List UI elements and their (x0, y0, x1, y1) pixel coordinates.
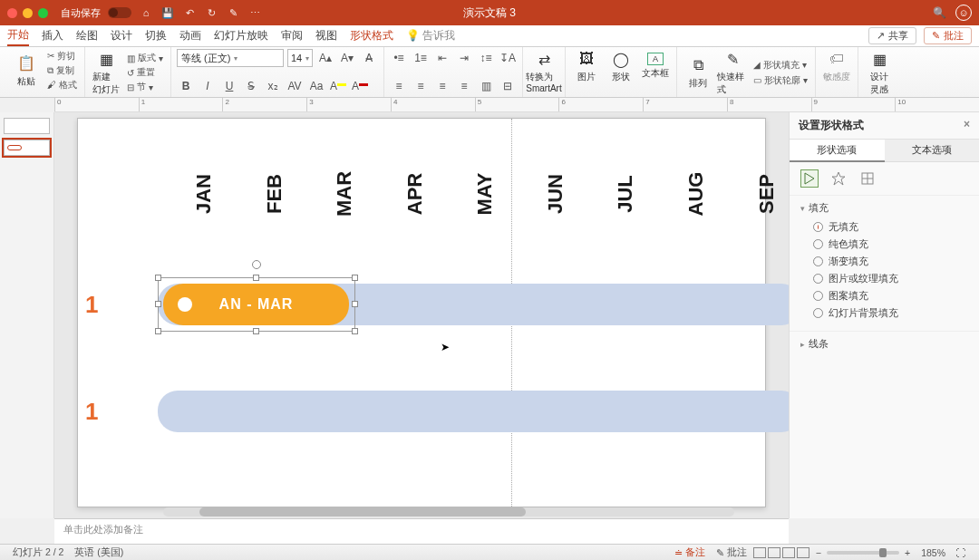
paste-button[interactable]: 📋粘贴 (11, 53, 42, 88)
columns-button[interactable]: ▥ (477, 77, 495, 95)
search-icon[interactable]: 🔍 (932, 5, 946, 20)
resize-handle[interactable] (155, 275, 161, 281)
underline-button[interactable]: U (220, 77, 238, 95)
shape-fill-button[interactable]: ◢ 形状填充 ▾ (751, 58, 809, 72)
timeline-bar-2[interactable] (158, 391, 789, 432)
close-window[interactable] (7, 8, 17, 18)
maximize-window[interactable] (38, 8, 48, 18)
sensitivity-button[interactable]: 🏷敏感度 (821, 49, 852, 83)
zoom-slider[interactable] (827, 551, 899, 555)
slide[interactable]: JAN FEB MAR APR MAY JUN JUL AUG SEP 1 1 … (77, 118, 766, 507)
cut-button[interactable]: ✂ 剪切 (45, 49, 79, 63)
fill-option-slide-bg[interactable]: 幻灯片背景填充 (813, 304, 968, 322)
rotate-handle[interactable] (252, 260, 261, 269)
fill-line-icon[interactable] (800, 169, 819, 188)
zoom-out-button[interactable]: − (810, 545, 827, 561)
bold-button[interactable]: B (177, 77, 195, 95)
font-color-button[interactable]: A (351, 77, 369, 95)
pane-tab-text[interactable]: 文本选项 (885, 140, 980, 162)
fill-option-gradient[interactable]: 渐变填充 (813, 253, 968, 270)
increase-font-button[interactable]: A▴ (316, 49, 334, 67)
shadow-button[interactable]: x₂ (264, 77, 282, 95)
resize-handle[interactable] (352, 301, 358, 307)
sorter-view-icon[interactable] (768, 547, 780, 558)
slideshow-view-icon[interactable] (797, 547, 809, 558)
notes-pane[interactable]: 单击此处添加备注 (54, 518, 789, 544)
tab-shape-format[interactable]: 形状格式 (350, 26, 393, 45)
fill-option-pattern[interactable]: 图案填充 (813, 287, 968, 304)
tab-home[interactable]: 开始 (7, 25, 29, 46)
align-text-button[interactable]: ⊟ (499, 77, 517, 95)
normal-view-icon[interactable] (753, 547, 766, 558)
spacing-button[interactable]: AV (286, 77, 304, 95)
textbox-button[interactable]: A文本框 (640, 53, 671, 80)
linespacing-button[interactable]: ↕≡ (477, 49, 495, 67)
text-direction-button[interactable]: ↧A (499, 49, 517, 67)
strike-button[interactable]: S̶ (242, 77, 260, 95)
minimize-window[interactable] (23, 8, 33, 18)
pane-close-icon[interactable]: × (964, 118, 970, 133)
language-status[interactable]: 英语 (美国) (69, 545, 129, 561)
picture-button[interactable]: 🖼图片 (571, 49, 602, 83)
scroll-thumb[interactable] (199, 507, 526, 517)
save-icon[interactable]: 💾 (160, 5, 175, 20)
pane-tab-shape[interactable]: 形状选项 (790, 140, 885, 162)
tab-view[interactable]: 视图 (315, 26, 337, 45)
tab-draw[interactable]: 绘图 (76, 26, 98, 45)
fill-option-solid[interactable]: 纯色填充 (813, 236, 968, 253)
home-icon[interactable]: ⌂ (139, 5, 153, 20)
resize-handle[interactable] (155, 328, 161, 334)
notes-toggle[interactable]: ≐ 备注 (669, 545, 711, 561)
reading-view-icon[interactable] (782, 547, 795, 558)
zoom-percent[interactable]: 185% (916, 545, 951, 561)
outdent-button[interactable]: ⇤ (433, 49, 451, 67)
account-icon[interactable]: ☺ (955, 5, 972, 21)
convert-smartart-button[interactable]: ⇄转换为 SmartArt (528, 49, 559, 93)
thumbnail-2[interactable]: 2 (4, 140, 50, 156)
highlight-button[interactable]: A (329, 77, 347, 95)
shapes-button[interactable]: ◯形状 (606, 49, 636, 83)
font-size-select[interactable]: 14▾ (287, 49, 313, 67)
share-button[interactable]: ↗ 共享 (868, 27, 916, 44)
align-center-button[interactable]: ≡ (412, 77, 430, 95)
justify-button[interactable]: ≡ (455, 77, 473, 95)
decrease-font-button[interactable]: A▾ (338, 49, 356, 67)
resize-handle[interactable] (253, 328, 259, 334)
touch-icon[interactable]: ✎ (226, 5, 240, 20)
line-section-header[interactable]: 线条 (800, 337, 968, 351)
effects-icon[interactable] (829, 169, 848, 188)
new-slide-button[interactable]: ▦新建 幻灯片 (91, 49, 121, 96)
indent-button[interactable]: ⇥ (455, 49, 473, 67)
arrange-button[interactable]: ⧉排列 (683, 55, 713, 90)
zoom-in-button[interactable]: + (899, 545, 916, 561)
layout-button[interactable]: ▥ 版式 ▾ (125, 52, 165, 65)
resize-handle[interactable] (352, 328, 358, 334)
bullets-button[interactable]: •≡ (390, 49, 408, 67)
quick-styles-button[interactable]: ✎快速样式 (717, 49, 748, 96)
resize-handle[interactable] (352, 275, 358, 281)
align-left-button[interactable]: ≡ (390, 77, 408, 95)
case-button[interactable]: Aa (307, 77, 325, 95)
align-right-button[interactable]: ≡ (433, 77, 451, 95)
fill-option-none[interactable]: 无填充 (813, 218, 968, 236)
slide-counter[interactable]: 幻灯片 2 / 2 (7, 545, 69, 561)
fill-option-picture[interactable]: 图片或纹理填充 (813, 270, 968, 287)
tab-slideshow[interactable]: 幻灯片放映 (214, 26, 268, 45)
designer-button[interactable]: ▦设计 灵感 (864, 49, 895, 96)
clear-format-button[interactable]: A̶ (360, 49, 378, 67)
tell-me[interactable]: 💡 告诉我 (406, 26, 455, 45)
comments-button[interactable]: ✎ 批注 (924, 27, 972, 44)
autosave-toggle[interactable] (108, 7, 131, 18)
italic-button[interactable]: I (199, 77, 217, 95)
copy-button[interactable]: ⧉ 复制 (45, 63, 79, 77)
tab-design[interactable]: 设计 (111, 26, 132, 45)
size-props-icon[interactable] (858, 169, 877, 188)
format-painter-button[interactable]: 🖌 格式 (45, 78, 79, 92)
qat-more-icon[interactable]: ⋯ (247, 5, 262, 20)
thumbnail-1[interactable]: 1 (4, 118, 50, 134)
shape-outline-button[interactable]: ▭ 形状轮廓 ▾ (751, 73, 809, 87)
resize-handle[interactable] (253, 275, 259, 281)
window-controls[interactable] (7, 8, 48, 18)
font-name-select[interactable]: 等线 (正文)▾ (177, 49, 284, 67)
slide-canvas[interactable]: JAN FEB MAR APR MAY JUN JUL AUG SEP 1 1 … (54, 112, 789, 518)
